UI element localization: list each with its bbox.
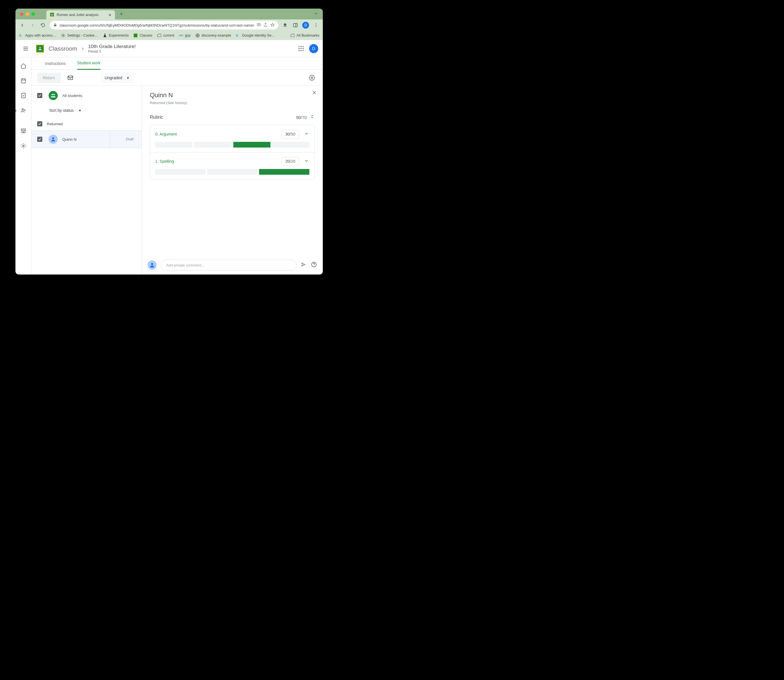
bookmark-classes[interactable]: Classes [133,33,152,38]
all-students-label[interactable]: All students [62,93,82,98]
rubric-card: 0: Argument 30/50 1: Sp [150,125,315,179]
select-all-checkbox[interactable] [37,93,43,98]
return-button[interactable]: Return [37,72,61,83]
student-name: Quinn N [62,137,121,142]
bookmark-identity[interactable]: GGoogle Identity Se… [236,33,275,38]
grade-filter-dropdown[interactable]: Ungraded▾ [101,72,133,83]
svg-rect-2 [54,25,56,26]
browser-tab[interactable]: Romeo and Juliet analysis. ✕ [46,10,115,19]
sort-dropdown[interactable]: Sort by status ▾ [31,104,142,117]
install-icon[interactable] [257,23,261,28]
browser-menu-icon[interactable] [313,22,320,28]
svg-rect-24 [21,79,25,83]
browser-toolbar: D [16,19,323,31]
svg-point-18 [299,48,300,49]
help-button[interactable] [311,261,317,269]
sidepanel-icon[interactable] [292,22,299,28]
user-avatar[interactable]: D [309,44,318,53]
criterion-score-input[interactable]: 20/20 [282,157,299,165]
window-close[interactable] [20,12,24,16]
tab-close-icon[interactable]: ✕ [109,13,112,17]
nav-archive-icon[interactable] [20,128,27,134]
address-bar[interactable] [50,21,278,30]
nav-calendar-icon[interactable] [20,77,27,84]
bookmark-discovery[interactable]: discovery example [195,33,231,38]
criterion-row: 1: Spelling 20/20 [150,153,315,179]
criterion-name[interactable]: 0: Argument [155,132,282,136]
detail-status[interactable]: Returned (See history) [150,101,315,105]
criterion-levels[interactable] [155,142,309,148]
criterion-name[interactable]: 1: Spelling [155,159,282,164]
close-detail-button[interactable] [312,90,317,97]
lock-icon [53,23,57,28]
tab-student-work[interactable]: Student work [77,57,101,70]
back-button[interactable] [19,22,26,28]
classroom-logo-icon [36,45,44,53]
window-maximize[interactable] [31,12,35,16]
class-name: 10th Grade Literature! [88,44,135,49]
student-status: Draft [126,137,134,141]
class-breadcrumb[interactable]: 10th Grade Literature! Period 3 [88,44,135,54]
star-icon[interactable] [270,23,275,28]
svg-point-7 [316,25,316,26]
nav-people-icon[interactable] [20,107,27,114]
student-checkbox[interactable] [37,137,43,142]
comment-bar [142,256,323,274]
nav-todo-icon[interactable] [20,92,27,99]
svg-point-6 [316,23,316,24]
email-button[interactable] [65,72,76,83]
class-period: Period 3 [88,49,135,54]
bookmark-apps[interactable]: GApps with access… [19,33,56,38]
group-checkbox[interactable] [37,121,43,126]
settings-button[interactable] [307,72,317,83]
breadcrumb-separator-icon: › [82,46,83,52]
nav-home-icon[interactable] [20,62,27,69]
send-comment-button[interactable] [301,261,307,269]
profile-avatar[interactable]: D [302,22,309,28]
bookmark-experiments[interactable]: Experiments [102,33,129,38]
level-cell[interactable] [233,142,271,148]
level-cell[interactable] [207,169,258,175]
svg-point-26 [22,109,24,110]
svg-point-32 [54,94,55,95]
google-apps-icon[interactable] [298,45,304,52]
app-name[interactable]: Classroom [49,45,77,52]
criterion-levels[interactable] [155,169,309,175]
url-input[interactable] [60,23,254,27]
criterion-row: 0: Argument 30/50 [150,125,315,153]
level-cell[interactable] [272,142,309,148]
reload-button[interactable] [39,22,46,28]
tab-instructions[interactable]: Instructions [45,57,66,70]
level-cell[interactable] [194,142,231,148]
forward-button[interactable] [29,22,36,28]
level-cell[interactable] [155,169,206,175]
student-list: All students Sort by status ▾ Returned Q… [31,86,142,274]
browser-window: Romeo and Juliet analysis. ✕ + D GApps w… [16,9,323,274]
bookmark-gcp[interactable]: APIgcp [179,33,191,38]
level-cell[interactable] [259,169,309,175]
extensions-icon[interactable] [282,22,288,28]
criterion-score-input[interactable]: 30/50 [282,130,299,139]
window-minimize[interactable] [26,12,29,16]
rubric-sort-icon[interactable] [310,114,315,120]
classroom-favicon-icon [50,12,54,18]
share-icon[interactable] [263,23,268,28]
bookmark-settings[interactable]: Settings - Cookie… [61,33,98,38]
criterion-expand-icon[interactable] [304,131,309,137]
new-tab-button[interactable]: + [117,10,125,18]
bookmarks-bar: GApps with access… Settings - Cookie… Ex… [16,31,323,40]
tab-dropdown-icon[interactable] [314,11,318,17]
svg-point-17 [302,46,304,47]
svg-text:G: G [19,34,22,37]
level-cell[interactable] [155,142,192,148]
student-row[interactable]: Quinn N Draft [31,131,142,148]
nav-settings-icon[interactable] [20,142,27,149]
svg-point-33 [52,137,54,139]
menu-button[interactable] [20,43,31,54]
svg-point-21 [299,50,300,51]
bookmark-current[interactable]: current [157,33,175,38]
comment-input[interactable] [161,260,296,271]
student-avatar-icon [49,135,58,144]
criterion-expand-icon[interactable] [304,158,309,165]
all-bookmarks[interactable]: All Bookmarks [290,33,320,38]
